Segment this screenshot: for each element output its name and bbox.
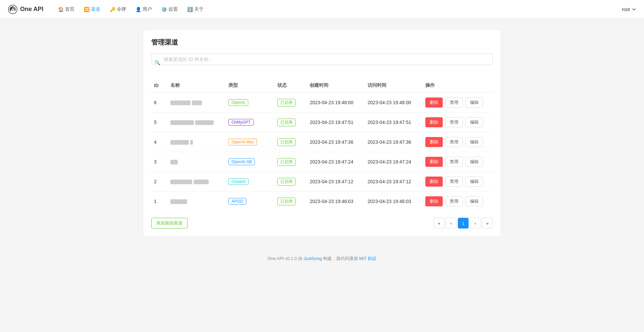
col-type: 类型 [226, 78, 275, 93]
nav-item-about[interactable]: ℹ️ 关于 [183, 4, 208, 15]
table-row: 1 API2D 已启用 2023-04-23 19:46:03 2023-04-… [151, 192, 493, 211]
cell-id: 2 [151, 172, 168, 192]
edit-button[interactable]: 编辑 [466, 97, 483, 108]
edit-button[interactable]: 编辑 [466, 177, 483, 187]
disable-button[interactable]: 禁用 [445, 157, 463, 167]
col-actions: 操作 [423, 78, 493, 93]
status-badge: 已启用 [277, 119, 296, 126]
add-channel-button[interactable]: 添加新的渠道 [151, 218, 187, 228]
channel-table: ID 名称 类型 状态 创建时间 访问时间 操作 6 OpenAI 已启用 20… [151, 78, 493, 211]
table-body: 6 OpenAI 已启用 2023-04-23 19:48:00 2023-04… [151, 93, 493, 211]
table-footer: 添加新的渠道 « ‹ 1 › » [151, 218, 493, 228]
footer-text-middle: 构建，源代码遵循 [322, 256, 359, 261]
channel-icon: 🔀 [84, 7, 90, 12]
page-prev-button[interactable]: ‹ [446, 218, 457, 228]
cell-actions: 删除 禁用 编辑 [423, 93, 493, 113]
disable-button[interactable]: 禁用 [445, 117, 463, 127]
cell-name [168, 132, 226, 152]
type-badge: CloseAI [228, 178, 249, 185]
cell-name [168, 152, 226, 172]
nav-label-home: 首页 [65, 6, 74, 12]
delete-button[interactable]: 删除 [425, 196, 443, 206]
cell-created: 2023-04-23 19:47:12 [307, 172, 365, 192]
edit-button[interactable]: 编辑 [466, 117, 483, 127]
user-icon: 👤 [136, 7, 141, 12]
settings-icon: ⚙️ [161, 7, 167, 12]
footer-license-link[interactable]: MIT 协议 [359, 256, 377, 261]
delete-button[interactable]: 删除 [425, 117, 443, 127]
disable-button[interactable]: 禁用 [445, 177, 463, 187]
delete-button[interactable]: 删除 [425, 157, 443, 167]
channel-card: 管理渠道 🔍 ID 名称 类型 状态 创建时间 访问时间 操作 6 [143, 29, 501, 237]
status-badge: 已启用 [277, 198, 296, 205]
cell-name [168, 192, 226, 211]
cell-status: 已启用 [275, 172, 307, 192]
cell-status: 已启用 [275, 192, 307, 211]
cell-created: 2023-04-23 19:47:51 [307, 113, 365, 132]
type-badge: OhMyGPT [228, 119, 254, 126]
status-badge: 已启用 [277, 158, 296, 166]
search-icon: 🔍 [155, 60, 160, 65]
search-input[interactable] [151, 54, 493, 65]
home-icon: 🏠 [58, 7, 64, 12]
table-row: 5 OhMyGPT 已启用 2023-04-23 19:47:51 2023-0… [151, 113, 493, 132]
user-menu[interactable]: root [622, 7, 636, 12]
delete-button[interactable]: 删除 [425, 177, 443, 187]
page-current-button[interactable]: 1 [458, 218, 469, 228]
site-footer: One API v0.1.0 由 JustSong 构建，源代码遵循 MIT 协… [0, 248, 644, 272]
disable-button[interactable]: 禁用 [445, 137, 463, 147]
nav-item-user[interactable]: 👤 用户 [131, 4, 156, 15]
cell-type: CloseAI [226, 172, 275, 192]
table-row: 6 OpenAI 已启用 2023-04-23 19:48:00 2023-04… [151, 93, 493, 113]
cell-created: 2023-04-23 19:47:24 [307, 152, 365, 172]
cell-id: 1 [151, 192, 168, 211]
edit-button[interactable]: 编辑 [466, 137, 483, 147]
cell-actions: 删除 禁用 编辑 [423, 113, 493, 132]
cell-actions: 删除 禁用 编辑 [423, 172, 493, 192]
svg-point-1 [12, 8, 14, 10]
cell-visited: 2023-04-23 19:47:12 [365, 172, 423, 192]
cell-visited: 2023-04-23 19:47:36 [365, 132, 423, 152]
status-badge: 已启用 [277, 99, 296, 107]
cell-type: OhMyGPT [226, 113, 275, 132]
nav-menu: 🏠 首页 🔀 渠道 🔑 令牌 👤 用户 ⚙️ 设置 ℹ️ 关于 [54, 4, 622, 15]
table-row: 3 OpenAI-SB 已启用 2023-04-23 19:47:24 2023… [151, 152, 493, 172]
disable-button[interactable]: 禁用 [445, 196, 463, 206]
cell-visited: 2023-04-23 19:48:00 [365, 93, 423, 113]
cell-type: API2D [226, 192, 275, 211]
nav-item-channel[interactable]: 🔀 渠道 [80, 4, 104, 15]
delete-button[interactable]: 删除 [425, 97, 443, 108]
brand-name: One API [20, 6, 43, 13]
main-content: 管理渠道 🔍 ID 名称 类型 状态 创建时间 访问时间 操作 6 [138, 29, 506, 237]
nav-label-user: 用户 [143, 6, 152, 12]
col-created: 创建时间 [307, 78, 365, 93]
type-badge: OpenAI Max [228, 139, 257, 145]
info-icon: ℹ️ [187, 7, 193, 12]
nav-item-home[interactable]: 🏠 首页 [54, 4, 78, 15]
edit-button[interactable]: 编辑 [466, 157, 483, 167]
delete-button[interactable]: 删除 [425, 137, 443, 147]
footer-author-link[interactable]: JustSong [304, 256, 322, 261]
search-wrap: 🔍 [151, 54, 493, 72]
pagination: « ‹ 1 › » [434, 218, 493, 228]
cell-actions: 删除 禁用 编辑 [423, 192, 493, 211]
nav-label-channel: 渠道 [91, 6, 100, 12]
brand[interactable]: One API [8, 5, 43, 14]
brand-logo [8, 5, 17, 14]
status-badge: 已启用 [277, 138, 296, 146]
edit-button[interactable]: 编辑 [466, 196, 483, 206]
table-header: ID 名称 类型 状态 创建时间 访问时间 操作 [151, 78, 493, 93]
disable-button[interactable]: 禁用 [445, 97, 463, 108]
page-first-button[interactable]: « [434, 218, 444, 228]
col-id: ID [151, 78, 168, 93]
nav-item-settings[interactable]: ⚙️ 设置 [157, 4, 182, 15]
nav-label-settings: 设置 [168, 6, 178, 12]
page-last-button[interactable]: » [482, 218, 493, 228]
cell-name [168, 172, 226, 192]
page-next-button[interactable]: › [470, 218, 481, 228]
cell-status: 已启用 [275, 152, 307, 172]
cell-status: 已启用 [275, 132, 307, 152]
nav-item-token[interactable]: 🔑 令牌 [106, 4, 130, 15]
cell-status: 已启用 [275, 113, 307, 132]
chevron-down-icon [632, 7, 636, 11]
